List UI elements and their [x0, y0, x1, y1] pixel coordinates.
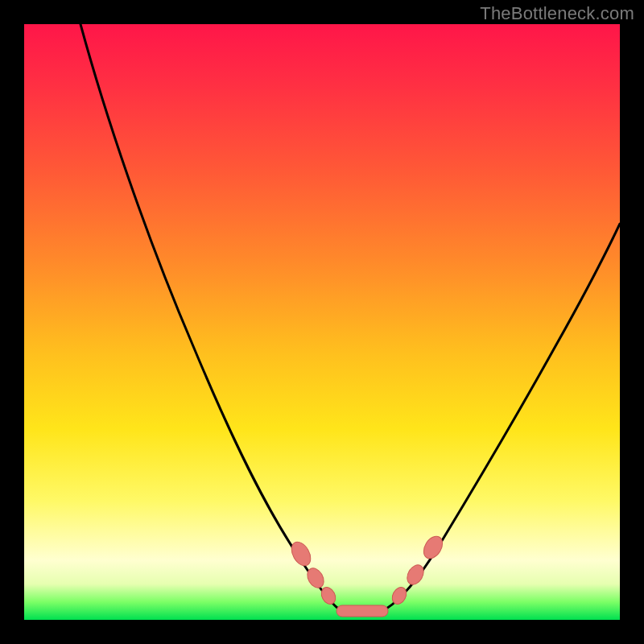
- left-curve: [80, 24, 338, 609]
- right-curve: [386, 224, 620, 609]
- marker-dot: [404, 562, 427, 588]
- watermark-text: TheBottleneck.com: [480, 3, 634, 24]
- marker-dot: [420, 533, 447, 562]
- plot-area: [24, 24, 620, 620]
- marker-dot: [336, 605, 388, 617]
- marker-dot: [287, 539, 314, 569]
- chart-frame: TheBottleneck.com: [0, 0, 644, 644]
- curve-layer: [24, 24, 620, 620]
